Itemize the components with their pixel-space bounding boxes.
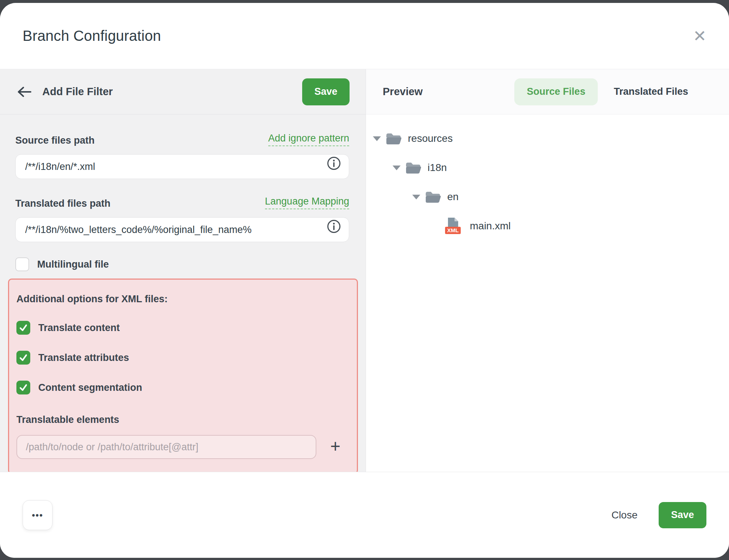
translate-attributes-label: Translate attributes — [38, 352, 129, 363]
file-filter-header: Add File Filter Save — [0, 69, 366, 114]
chevron-down-icon[interactable] — [373, 136, 381, 141]
add-translatable-element-button[interactable]: + — [330, 438, 340, 455]
folder-icon — [425, 190, 441, 203]
preview-tabs: Source Files Translated Files — [514, 78, 701, 105]
preview-header: Preview Source Files Translated Files — [366, 69, 729, 114]
tree-item-label: resources — [408, 133, 453, 144]
translate-content-label: Translate content — [38, 322, 120, 334]
save-button[interactable]: Save — [659, 502, 706, 528]
tab-source-files[interactable]: Source Files — [514, 78, 598, 105]
content-segmentation-row[interactable]: Content segmentation — [16, 381, 350, 394]
content-segmentation-label: Content segmentation — [38, 382, 142, 393]
file-tree: resources i18n — [366, 114, 729, 241]
translate-content-checkbox[interactable] — [16, 321, 30, 335]
translate-content-row[interactable]: Translate content — [16, 321, 350, 335]
xml-badge-text: XML — [447, 227, 459, 233]
modal-titlebar: Branch Configuration ✕ — [0, 3, 729, 69]
multilingual-file-checkbox-row[interactable]: Multilingual file — [15, 257, 349, 271]
xml-options-section: Additional options for XML files: Transl… — [8, 279, 358, 474]
caret-spacer — [432, 223, 440, 229]
tree-row-resources[interactable]: resources — [373, 124, 729, 153]
add-ignore-pattern-link[interactable]: Add ignore pattern — [268, 133, 349, 146]
translate-attributes-row[interactable]: Translate attributes — [16, 351, 350, 365]
xml-options-title: Additional options for XML files: — [16, 293, 350, 305]
tab-translated-files[interactable]: Translated Files — [601, 78, 701, 105]
tree-row-en[interactable]: en — [412, 182, 729, 211]
multilingual-file-label: Multilingual file — [37, 259, 109, 270]
close-icon[interactable]: ✕ — [693, 28, 706, 44]
translate-attributes-checkbox[interactable] — [16, 351, 30, 365]
xml-file-icon: XML — [444, 217, 463, 235]
modal-title: Branch Configuration — [23, 28, 161, 44]
modal-footer: ••• Close Save — [0, 472, 729, 558]
folder-icon — [385, 132, 401, 145]
preview-panel: Preview Source Files Translated Files — [366, 69, 729, 472]
checkmark-icon — [19, 353, 28, 362]
language-mapping-link[interactable]: Language Mapping — [265, 196, 349, 209]
translated-path-label: Translated files path — [15, 198, 110, 209]
chevron-down-icon[interactable] — [412, 194, 420, 199]
close-button[interactable]: Close — [611, 509, 638, 521]
folder-icon — [405, 161, 421, 174]
modal-body: Add File Filter Save Source files path A… — [0, 69, 729, 472]
chevron-down-icon[interactable] — [393, 165, 401, 170]
more-options-button[interactable]: ••• — [23, 500, 52, 530]
back-arrow-icon[interactable] — [16, 85, 32, 98]
content-segmentation-checkbox[interactable] — [16, 381, 30, 394]
info-icon[interactable] — [327, 156, 341, 171]
preview-title: Preview — [383, 86, 423, 98]
tree-row-main-xml[interactable]: XML main.xml — [432, 211, 729, 241]
tree-item-label: en — [447, 191, 459, 203]
tree-item-label: main.xml — [470, 220, 511, 232]
translated-path-input[interactable] — [15, 217, 349, 242]
tree-row-i18n[interactable]: i18n — [393, 153, 729, 182]
translatable-elements-input[interactable] — [16, 435, 316, 459]
checkmark-icon — [19, 323, 28, 332]
source-path-label: Source files path — [15, 135, 95, 146]
save-filter-button[interactable]: Save — [302, 78, 350, 105]
checkmark-icon — [19, 383, 28, 392]
file-filter-form: Source files path Add ignore pattern Tra… — [0, 114, 366, 474]
tree-item-label: i18n — [428, 162, 447, 174]
translatable-elements-label: Translatable elements — [16, 414, 350, 425]
multilingual-file-checkbox[interactable] — [15, 257, 29, 271]
source-path-input[interactable] — [15, 154, 349, 179]
file-filter-title: Add File Filter — [42, 86, 113, 98]
branch-configuration-modal: Branch Configuration ✕ Add File Filter S… — [0, 3, 729, 558]
file-filter-panel: Add File Filter Save Source files path A… — [0, 69, 366, 472]
info-icon[interactable] — [327, 219, 341, 234]
